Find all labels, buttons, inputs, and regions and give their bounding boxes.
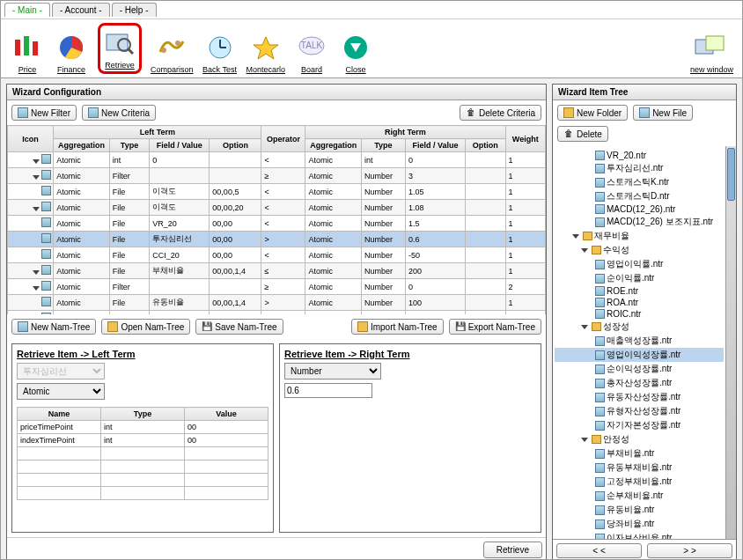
- table-row[interactable]: AtomicFilter≥AtomicNumber31: [8, 168, 546, 184]
- tree-scrollbar[interactable]: [725, 146, 736, 539]
- comparison-icon: [154, 32, 189, 63]
- left-params-table[interactable]: NameTypeValue priceTimePointint00indexTi…: [17, 407, 269, 500]
- tree-folder[interactable]: 수익성: [555, 243, 724, 257]
- retrieve-right-panel: Retrieve Item -> Right Term Number: [279, 343, 541, 533]
- tree-file[interactable]: 영업이익성장률.ntr: [555, 348, 724, 362]
- save-namtree-button[interactable]: 💾Save Nam-Tree: [195, 319, 283, 335]
- tool-price[interactable]: Price: [10, 32, 45, 74]
- table-row[interactable]: AtomicFile부채비율00,00,1,4≤AtomicNumber2001: [8, 263, 546, 279]
- file-icon: [595, 274, 605, 284]
- tree-file[interactable]: ROIC.ntr: [555, 308, 724, 320]
- tree-file[interactable]: ROA.ntr: [555, 297, 724, 308]
- export-namtree-button[interactable]: 💾Export Nam-Tree: [449, 319, 541, 335]
- folder-icon: [592, 435, 601, 444]
- right-term-type-select[interactable]: Number: [284, 363, 381, 379]
- tree-file[interactable]: 유동비율.ntr: [555, 503, 724, 517]
- trash-icon: 🗑: [563, 129, 574, 139]
- tree-folder[interactable]: 성장성: [555, 320, 724, 334]
- tree-file[interactable]: 순이익률.ntr: [555, 271, 724, 285]
- table-row[interactable]: Atomicint0<Atomicint01: [8, 152, 546, 168]
- tool-new-window[interactable]: new window: [690, 32, 733, 74]
- tree-prev-button[interactable]: < <: [556, 543, 642, 558]
- file-icon: [595, 164, 605, 173]
- tree-file[interactable]: MACD(12_26).ntr: [555, 203, 724, 215]
- tool-finance[interactable]: Finance: [54, 32, 89, 74]
- tree-file[interactable]: MACD(12_26) 보조지표.ntr: [555, 215, 724, 229]
- criteria-grid[interactable]: Icon Left Term Operator Right Term Weigh…: [7, 125, 546, 314]
- import-namtree-button[interactable]: Import Nam-Tree: [351, 319, 444, 335]
- tree-folder[interactable]: 재무비율: [555, 229, 724, 243]
- file-icon: [595, 421, 605, 431]
- file-icon: [595, 505, 605, 515]
- file-icon: [595, 260, 605, 269]
- new-folder-button[interactable]: New Folder: [557, 105, 628, 121]
- tree-folder[interactable]: 안정성: [555, 432, 724, 446]
- file-icon: [595, 336, 605, 346]
- menu-account[interactable]: - Account -: [52, 3, 110, 17]
- tree-file[interactable]: ROE.ntr: [555, 285, 724, 297]
- left-term-field-select[interactable]: 투자심리선: [17, 363, 105, 379]
- star-icon: [248, 32, 283, 63]
- delete-criteria-button[interactable]: 🗑Delete Criteria: [460, 105, 541, 121]
- tree-file[interactable]: 스토캐스틱K.ntr: [555, 175, 724, 189]
- tree-file[interactable]: 자기자본성장률.ntr: [555, 418, 724, 432]
- table-row[interactable]: AtomicFilter≥AtomicNumber02: [8, 279, 546, 295]
- table-row[interactable]: AtomicFile투자심리선00,00>AtomicNumber0.61: [8, 232, 546, 247]
- file-icon: [595, 393, 605, 402]
- tool-board[interactable]: TALK Board: [294, 32, 329, 74]
- trash-icon: 🗑: [466, 107, 476, 118]
- close-app-icon: [338, 32, 373, 63]
- delete-button[interactable]: 🗑Delete: [557, 126, 608, 142]
- table-row[interactable]: priceTimePointint00: [18, 421, 269, 434]
- tool-retrieve[interactable]: Retrieve: [98, 23, 142, 74]
- new-file-button[interactable]: New File: [633, 105, 693, 121]
- tree-file[interactable]: 유동자산성장률.ntr: [555, 390, 724, 404]
- tool-close[interactable]: Close: [338, 32, 373, 74]
- table-row[interactable]: AtomicFileVR_2000,00<AtomicNumber1.51: [8, 216, 546, 232]
- tool-backtest[interactable]: Back Test: [202, 32, 238, 74]
- new-namtree-button[interactable]: New Nam-Tree: [11, 319, 96, 335]
- menu-help[interactable]: - Help -: [112, 3, 157, 17]
- retrieve-right-title: Retrieve Item -> Right Term: [284, 349, 536, 359]
- table-row[interactable]: AtomicFile유동비율00,00,1,4>AtomicNumber1001: [8, 295, 546, 311]
- tree-file[interactable]: 스토캐스틱D.ntr: [555, 189, 724, 203]
- tree-file[interactable]: 유형자산성장률.ntr: [555, 404, 724, 418]
- tree-file[interactable]: 부채비율.ntr: [555, 446, 724, 461]
- file-icon: [595, 477, 605, 487]
- left-term-agg-select[interactable]: Atomic: [17, 383, 105, 400]
- file-icon: [595, 519, 605, 529]
- table-row[interactable]: AtomicFile이격도00,00,20<AtomicNumber1.081: [8, 200, 546, 216]
- new-criteria-button[interactable]: New Criteria: [82, 105, 156, 121]
- tool-montecarlo[interactable]: Montecarlo: [246, 32, 286, 74]
- wizard-config-title: Wizard Configuration: [7, 85, 546, 100]
- scrollbar-thumb[interactable]: [727, 148, 735, 201]
- tree-file[interactable]: 순이익성장률.ntr: [555, 362, 724, 376]
- tree-file[interactable]: 영업이익률.ntr: [555, 257, 724, 271]
- tree-file[interactable]: 투자심리선.ntr: [555, 161, 724, 175]
- table-row[interactable]: indexTimePointint00: [18, 434, 269, 447]
- doc-icon: [639, 107, 650, 118]
- svg-marker-12: [254, 37, 278, 59]
- tree-file[interactable]: 고정부채비율.ntr: [555, 475, 724, 489]
- file-icon: [595, 350, 605, 360]
- tree-file[interactable]: 당좌비율.ntr: [555, 517, 724, 531]
- menu-main[interactable]: - Main -: [4, 3, 50, 17]
- file-icon: [595, 379, 605, 388]
- save-icon: 💾: [455, 321, 466, 332]
- wizard-tree-title: Wizard Item Tree: [553, 85, 736, 100]
- item-tree[interactable]: VR_20.ntr투자심리선.ntr스토캐스틱K.ntr스토캐스틱D.ntrMA…: [553, 146, 725, 539]
- right-term-value-input[interactable]: [284, 383, 372, 398]
- retrieve-button[interactable]: Retrieve: [483, 542, 542, 558]
- table-row[interactable]: AtomicFile이격도00,00,5<AtomicNumber1.051: [8, 184, 546, 200]
- table-row[interactable]: AtomicFileCCI_2000,00<AtomicNumber-501: [8, 247, 546, 263]
- open-namtree-button[interactable]: Open Nam-Tree: [101, 319, 190, 335]
- tree-file[interactable]: 순부채비율.ntr: [555, 489, 724, 503]
- tree-file[interactable]: VR_20.ntr: [555, 150, 724, 161]
- tree-file[interactable]: 유동부채비율.ntr: [555, 461, 724, 475]
- tool-comparison[interactable]: Comparison: [151, 32, 194, 74]
- tree-file[interactable]: 총자산성장률.ntr: [555, 376, 724, 390]
- tree-file[interactable]: 이자보상비율.ntr: [555, 531, 724, 539]
- tree-file[interactable]: 매출액성장률.ntr: [555, 334, 724, 348]
- new-filter-button[interactable]: New Filter: [11, 105, 77, 121]
- tree-next-button[interactable]: > >: [647, 543, 732, 558]
